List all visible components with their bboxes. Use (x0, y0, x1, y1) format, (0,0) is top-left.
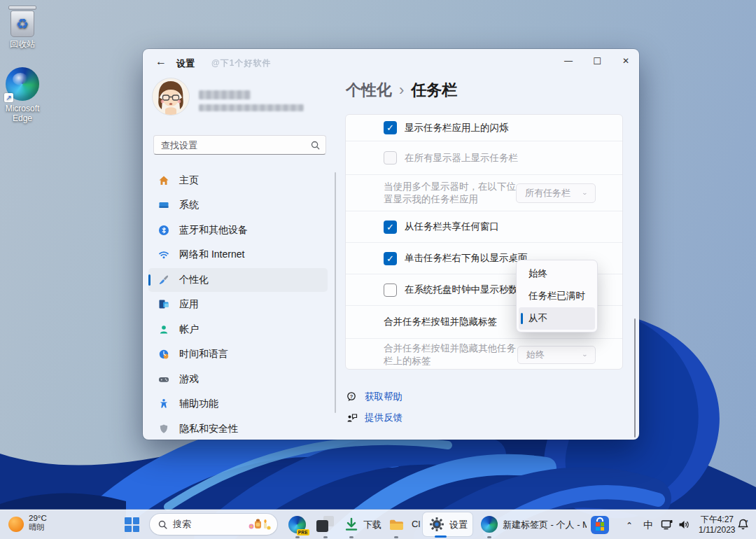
breadcrumb-current: 任务栏 (411, 81, 457, 99)
user-name-redacted (199, 90, 251, 99)
tray-time: 下午4:27 (699, 514, 734, 525)
flyout-option-never-selected[interactable]: 从不 (519, 307, 595, 330)
search-icon (158, 520, 167, 529)
weather-widget[interactable]: 29°C 晴朗 (29, 514, 47, 532)
avatar-illustration (153, 78, 189, 115)
tray-chevron-up-icon[interactable]: ⌃ (626, 521, 633, 531)
download-app-icon[interactable] (344, 517, 358, 531)
sidebar-item-apps[interactable]: 应用 (148, 293, 328, 316)
system-icon (158, 200, 169, 211)
user-avatar[interactable] (153, 78, 189, 115)
folder-app-icon[interactable] (389, 518, 404, 531)
window-title: 设置 (176, 57, 195, 70)
sidebar-item-personalization[interactable]: 个性化 (148, 268, 328, 292)
checkbox-checked-icon[interactable]: ✓ (384, 121, 397, 134)
edge-tab-label[interactable]: 新建标签页 - 个人 - Mic (503, 519, 587, 531)
microsoft-store-icon[interactable] (591, 516, 609, 534)
sidebar-item-label: 隐私和安全性 (179, 423, 238, 435)
download-app-label[interactable]: 下载 (363, 519, 382, 531)
setting-label: 从任务栏共享任何窗口 (405, 220, 499, 233)
recycle-bin-icon: ♻ (10, 10, 34, 37)
desktop-icon-microsoft-edge[interactable]: ↗ Microsoft Edge (0, 67, 45, 123)
sidebar-item-label: 游戏 (179, 373, 199, 386)
privacy-shield-icon (158, 424, 169, 435)
breadcrumb-parent[interactable]: 个性化 (346, 81, 392, 99)
settings-gear-icon[interactable] (429, 517, 444, 532)
sidebar-item-time-language[interactable]: 时间和语言 (148, 342, 328, 366)
edge-preview-app-icon[interactable]: PRE (288, 516, 306, 533)
setting-row-share-window[interactable]: ✓ 从任务栏共享任何窗口 (346, 211, 622, 242)
setting-label: 合并任务栏按钮并隐藏其他任务栏上的标签 (384, 342, 517, 368)
running-indicator (487, 536, 491, 538)
settings-search-box[interactable] (153, 135, 326, 155)
flyout-option-always[interactable]: 始终 (519, 262, 595, 285)
checkbox-checked-icon[interactable]: ✓ (384, 220, 397, 234)
tray-clock[interactable]: 下午4:27 1/11/2023 (699, 514, 734, 536)
weather-sun-icon[interactable] (8, 517, 24, 532)
setting-label: 合并任务栏按钮并隐藏标签 (384, 316, 497, 328)
sidebar-item-gaming[interactable]: 游戏 (148, 368, 328, 391)
desktop-icon-recycle-bin[interactable]: ♻ 回收站 (0, 6, 45, 49)
sidebar-item-label: 帐户 (179, 323, 199, 336)
notifications-bell-dnd-icon[interactable]: z (737, 518, 749, 531)
sidebar-item-accessibility[interactable]: 辅助功能 (148, 392, 328, 416)
bluetooth-icon (158, 225, 169, 236)
desktop-icon-label: 回收站 (0, 39, 45, 49)
store-windows-flag (596, 522, 604, 531)
edge-app-icon[interactable] (481, 516, 498, 533)
shortcut-arrow-icon: ↗ (4, 93, 13, 102)
running-indicator (323, 536, 328, 538)
combine-buttons-flyout: 始终 任务栏已满时 从不 (516, 260, 598, 332)
apps-icon (158, 299, 169, 310)
get-help-link[interactable]: ? 获取帮助 (346, 391, 402, 403)
give-feedback-link[interactable]: 提供反馈 (346, 412, 402, 424)
accounts-icon (158, 324, 169, 335)
svg-text:?: ? (350, 393, 354, 400)
setting-row-flash-apps[interactable]: ✓ 显示任务栏应用上的闪烁 (346, 115, 622, 141)
checkbox-unchecked-icon[interactable] (384, 284, 397, 297)
setting-row-combine-other-taskbars: 合并任务栏按钮并隐藏其他任务栏上的标签 始终 ⌄ (346, 338, 622, 370)
home-icon (158, 175, 169, 186)
settings-app-label[interactable]: 设置 (449, 519, 468, 531)
sidebar-item-label: 辅助功能 (179, 398, 218, 410)
sidebar-item-bluetooth-devices[interactable]: 蓝牙和其他设备 (148, 218, 328, 242)
personalization-brush-icon (158, 274, 169, 286)
settings-window: ← 设置 @下1个好软件 — ☐ ✕ (143, 49, 639, 440)
sidebar-item-network-internet[interactable]: 网络和 Internet (148, 243, 328, 267)
content-scrollbar[interactable] (634, 318, 636, 438)
setting-label: 在系统托盘时钟中显示秒数(耗 (405, 284, 531, 296)
settings-search-input[interactable] (160, 139, 311, 151)
volume-icon[interactable] (678, 519, 690, 530)
minimize-button[interactable]: — (553, 50, 584, 71)
flyout-option-when-full[interactable]: 任务栏已满时 (519, 285, 595, 307)
settings-active-indicator (435, 536, 447, 538)
back-button[interactable]: ← (155, 55, 167, 68)
checkbox-unchecked-icon (384, 151, 397, 164)
close-button[interactable]: ✕ (610, 50, 641, 71)
ime-indicator[interactable]: 中 (643, 519, 653, 532)
chevron-down-icon: ⌄ (582, 351, 588, 358)
sidebar-item-home[interactable]: 主页 (148, 169, 328, 192)
checkbox-checked-icon[interactable]: ✓ (384, 252, 397, 265)
sidebar-item-system[interactable]: 系统 (148, 193, 328, 217)
sidebar-item-label: 蓝牙和其他设备 (179, 224, 248, 237)
setting-row-multi-display-apps: 当使用多个显示器时，在以下位置显示我的任务栏应用 所有任务栏 ⌄ (346, 174, 622, 211)
sidebar-item-privacy-security[interactable]: 隐私和安全性 (148, 417, 328, 441)
network-icon[interactable] (661, 519, 673, 530)
sidebar-item-accounts[interactable]: 帐户 (148, 318, 328, 342)
running-indicator (394, 536, 398, 538)
folder-app-label[interactable]: Cl (412, 519, 420, 529)
sidebar-scrollbar[interactable] (335, 172, 336, 413)
sidebar-item-label: 时间和语言 (179, 348, 228, 360)
setting-label: 在所有显示器上显示任务栏 (405, 152, 518, 164)
maximize-button[interactable]: ☐ (582, 50, 612, 71)
store-bag-handle (596, 517, 603, 522)
wifi-icon (158, 249, 169, 260)
dark-app-front-square (316, 520, 328, 532)
search-seasonal-decoration-icon (248, 517, 272, 531)
breadcrumb-separator: › (399, 81, 404, 99)
taskbar-search-box[interactable]: 搜索 (150, 514, 277, 535)
dark-app-icon[interactable] (316, 516, 334, 533)
start-button[interactable] (125, 517, 139, 532)
user-email-redacted (199, 104, 304, 111)
